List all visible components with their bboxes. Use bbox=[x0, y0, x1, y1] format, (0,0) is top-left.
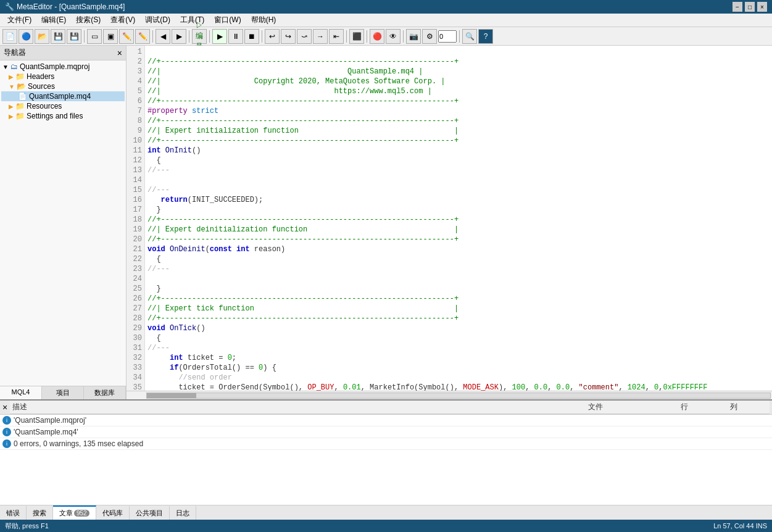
ln-9: 9 bbox=[127, 126, 144, 136]
bottom-row-0[interactable]: i 'QuantSample.mqproj' bbox=[0, 415, 772, 426]
minimize-button[interactable]: − bbox=[733, 2, 742, 12]
start-button[interactable]: ▶ bbox=[212, 29, 227, 44]
ln-20: 20 bbox=[127, 235, 144, 244]
toolbar-sep6 bbox=[346, 30, 347, 43]
hscroll-track[interactable] bbox=[146, 393, 771, 399]
bottom-content: i 'QuantSample.mqproj' i 'QuantSample.mq… bbox=[0, 415, 772, 505]
help-toolbar-button[interactable]: ? bbox=[478, 29, 493, 44]
menu-view[interactable]: 查看(V) bbox=[106, 14, 140, 27]
format-button[interactable]: ✏️ bbox=[119, 29, 134, 44]
menu-file[interactable]: 文件(F) bbox=[2, 14, 36, 27]
toolbar-sep8 bbox=[403, 30, 404, 43]
tree-item-resources[interactable]: ▶ 📁 Resources bbox=[1, 101, 125, 111]
new-mq-button[interactable]: 🔵 bbox=[19, 29, 33, 44]
tab-articles[interactable]: 文章952 bbox=[53, 505, 96, 520]
tab-log[interactable]: 日志 bbox=[170, 505, 196, 520]
tree-item-headers[interactable]: ▶ 📁 Headers bbox=[1, 72, 125, 81]
restore-button[interactable]: □ bbox=[745, 2, 755, 12]
code-editor[interactable]: //+-------------------------------------… bbox=[145, 46, 772, 391]
view-button[interactable]: ▭ bbox=[87, 29, 102, 44]
pause-button[interactable]: ⏸ bbox=[228, 29, 243, 44]
menu-search[interactable]: 搜索(S) bbox=[71, 14, 106, 27]
sources-folder-icon: 📂 bbox=[17, 82, 26, 91]
horizontal-scrollbar[interactable] bbox=[127, 391, 772, 399]
save-button[interactable]: 💾 bbox=[51, 29, 65, 44]
debug-stop[interactable]: ⬛ bbox=[349, 29, 364, 44]
headers-folder-icon: 📁 bbox=[15, 72, 25, 81]
watch-button[interactable]: 👁 bbox=[386, 29, 401, 44]
back-button[interactable]: ◀ bbox=[156, 29, 170, 44]
stop-button[interactable]: ⏹ bbox=[244, 29, 259, 44]
ln-21: 21 bbox=[127, 244, 144, 254]
tab-public[interactable]: 公共项目 bbox=[130, 505, 170, 520]
bottom-close-button[interactable]: × bbox=[2, 402, 7, 412]
tree-item-settings[interactable]: ▶ 📁 Settings and files bbox=[1, 111, 125, 121]
new-button[interactable]: 📄 bbox=[2, 29, 17, 44]
sidebar-close-button[interactable]: × bbox=[117, 48, 122, 58]
ln-2: 2 bbox=[127, 57, 144, 67]
search-toolbar-button[interactable]: 🔍 bbox=[462, 29, 477, 44]
settings-folder-icon: 📁 bbox=[15, 112, 25, 120]
compile-button[interactable]: ▷编号 bbox=[192, 29, 207, 44]
settings-label: Settings and files bbox=[27, 112, 83, 120]
tree-item-mq4file[interactable]: 📄 QuantSample.mq4 bbox=[1, 91, 125, 101]
bottom-row-1[interactable]: i 'QuantSample.mq4' bbox=[0, 426, 772, 438]
open-button[interactable]: 📂 bbox=[35, 29, 49, 44]
title-bar-title: 🔧 MetaEditor - [QuantSample.mq4] bbox=[5, 2, 125, 11]
settings-expand-icon: ▶ bbox=[9, 113, 14, 120]
row-icon-1: i bbox=[2, 428, 11, 436]
toolbar-sep4 bbox=[209, 30, 210, 43]
menu-edit[interactable]: 编辑(E) bbox=[36, 14, 71, 27]
mq4-label: QuantSample.mq4 bbox=[29, 92, 91, 101]
breakpoint-button[interactable]: 🔴 bbox=[370, 29, 384, 44]
window-controls: − □ × bbox=[733, 2, 767, 12]
tab-project[interactable]: 项目 bbox=[42, 386, 84, 399]
screenshot-button[interactable]: 📷 bbox=[406, 29, 421, 44]
view2-button[interactable]: ▣ bbox=[103, 29, 118, 44]
ln-18: 18 bbox=[127, 215, 144, 225]
ln-6: 6 bbox=[127, 96, 144, 106]
close-button[interactable]: × bbox=[757, 2, 767, 12]
tab-database[interactable]: 数据库 bbox=[84, 386, 126, 399]
settings-button[interactable]: ⚙ bbox=[422, 29, 437, 44]
bottom-row-2[interactable]: i 0 errors, 0 warnings, 135 msec elapsed bbox=[0, 438, 772, 450]
project-icon: ▼ bbox=[2, 64, 9, 70]
col-header-desc: 描述 bbox=[12, 402, 588, 412]
ln-13: 13 bbox=[127, 165, 144, 175]
hscroll-thumb[interactable] bbox=[147, 393, 196, 398]
toolbar-sep1 bbox=[84, 30, 85, 43]
tab-errors[interactable]: 错误 bbox=[0, 505, 27, 520]
sidebar-title: 导航器 bbox=[4, 48, 26, 58]
step-out-button[interactable]: ⤻ bbox=[297, 29, 312, 44]
tab-codebase[interactable]: 代码库 bbox=[96, 505, 130, 520]
menu-debug[interactable]: 调试(D) bbox=[140, 14, 175, 27]
ln-3: 3 bbox=[127, 67, 144, 77]
tree-item-sources[interactable]: ▼ 📂 Sources bbox=[1, 81, 125, 91]
ln-5: 5 bbox=[127, 86, 144, 96]
jump-back[interactable]: ⇤ bbox=[329, 29, 344, 44]
ln-34: 34 bbox=[127, 373, 144, 383]
row-icon-2: i bbox=[2, 439, 11, 448]
bottom-tabs: 错误 搜索 文章952 代码库 公共项目 日志 bbox=[0, 505, 772, 520]
menu-window[interactable]: 窗口(W) bbox=[209, 14, 246, 27]
ln-16: 16 bbox=[127, 195, 144, 205]
status-left: 帮助, press F1 bbox=[5, 522, 49, 531]
row-desc-2: 0 errors, 0 warnings, 135 msec elapsed bbox=[14, 439, 591, 448]
step-button[interactable]: ↩ bbox=[265, 29, 280, 44]
tab-mql4[interactable]: MQL4 bbox=[0, 386, 42, 399]
tab-search[interactable]: 搜索 bbox=[27, 505, 53, 520]
tree-item-project[interactable]: ▼ 🗂 QuantSample.mqproj bbox=[1, 62, 125, 72]
menu-help[interactable]: 帮助(H) bbox=[246, 14, 281, 27]
format2-button[interactable]: ✏️ bbox=[135, 29, 150, 44]
ln-23: 23 bbox=[127, 264, 144, 274]
settings-input[interactable] bbox=[438, 30, 457, 43]
run-to-cursor[interactable]: → bbox=[313, 29, 328, 44]
ln-15: 15 bbox=[127, 185, 144, 195]
ln-17: 17 bbox=[127, 205, 144, 215]
step-over-button[interactable]: ↪ bbox=[281, 29, 296, 44]
save-all-button[interactable]: 💾 bbox=[67, 29, 81, 44]
ln-8: 8 bbox=[127, 116, 144, 126]
ln-11: 11 bbox=[127, 146, 144, 156]
forward-button[interactable]: ▶ bbox=[172, 29, 186, 44]
row-desc-0: 'QuantSample.mqproj' bbox=[14, 416, 591, 425]
